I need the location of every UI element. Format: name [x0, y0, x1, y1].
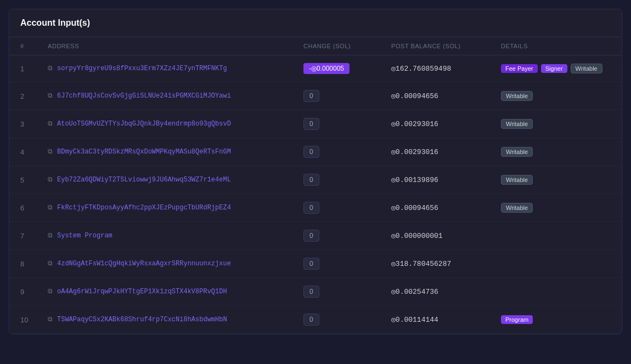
row-number: 7	[20, 232, 48, 240]
table-row: 4⧉BDmyCk3aC3tyRDSkzMRsQxDoWMPKqyMASu8QeR…	[9, 138, 622, 166]
change-cell: 0	[303, 258, 391, 270]
details-cell: Writable	[501, 175, 611, 185]
badge-program: Program	[501, 315, 533, 324]
row-number: 1	[20, 65, 48, 73]
row-number: 3	[20, 120, 48, 128]
address-link[interactable]: AtoUoTSGMvUZYTYsJbqGJQnkJBy4endrmp8o93gQ…	[57, 120, 231, 128]
balance-cell: ◎0.00293016	[391, 147, 501, 156]
badge-writable: Writable	[501, 175, 533, 185]
change-cell: 0	[303, 174, 391, 186]
balance-cell: ◎0.00293016	[391, 120, 501, 128]
address-link[interactable]: 4zdNGgAtFsW1cQgHqkiWyRsxaAgxrSRRynnuunxz…	[57, 260, 231, 268]
copy-icon[interactable]: ⧉	[48, 92, 53, 100]
badge-writable: Writable	[501, 147, 533, 157]
balance-cell: ◎0.00094656	[391, 92, 501, 100]
col-header-address: ADDRESS	[48, 43, 303, 49]
row-number: 6	[20, 204, 48, 212]
balance-cell: ◎0.000000001	[391, 231, 501, 240]
details-cell: Writable	[501, 91, 611, 101]
details-cell: Writable	[501, 203, 611, 213]
copy-icon[interactable]: ⧉	[48, 148, 53, 156]
badge-fee-payer: Fee Payer	[501, 64, 538, 73]
table-row: 10⧉TSWAPaqyCSx2KABk68Shruf4rp7CxcNi8hAsb…	[9, 306, 622, 334]
address-cell: ⧉TSWAPaqyCSx2KABk68Shruf4rp7CxcNi8hAsbdw…	[48, 316, 303, 323]
balance-cell: ◎0.00254736	[391, 287, 501, 296]
balance-cell: ◎0.00114144	[391, 315, 501, 324]
details-cell: Fee PayerSignerWritable	[501, 64, 611, 73]
address-link[interactable]: FkRctjyFTKDposAyyAfhc2ppXJEzPupgcTbURdRj…	[57, 204, 231, 212]
address-link[interactable]: TSWAPaqyCSx2KABk68Shruf4rp7CxcNi8hAsbdwm…	[57, 316, 227, 323]
address-link[interactable]: BDmyCk3aC3tyRDSkzMRsQxDoWMPKqyMASu8QeRTs…	[57, 148, 231, 156]
address-cell: ⧉4zdNGgAtFsW1cQgHqkiWyRsxaAgxrSRRynnuunx…	[48, 260, 303, 268]
badge-signer: Signer	[541, 64, 567, 73]
table-row: 3⧉AtoUoTSGMvUZYTYsJbqGJQnkJBy4endrmp8o93…	[9, 110, 622, 138]
change-badge: -◎0.000005	[303, 63, 350, 74]
panel-header: Account Input(s)	[9, 9, 622, 37]
badge-writable: Writable	[501, 119, 533, 129]
row-number: 2	[20, 92, 48, 100]
balance-cell: ◎0.00094656	[391, 203, 501, 212]
row-number: 8	[20, 260, 48, 268]
copy-icon[interactable]: ⧉	[48, 176, 53, 184]
copy-icon[interactable]: ⧉	[48, 260, 53, 268]
col-header-change: CHANGE (SOL)	[303, 43, 391, 49]
table-row: 7⧉System Program0◎0.000000001	[9, 222, 622, 250]
address-cell: ⧉BDmyCk3aC3tyRDSkzMRsQxDoWMPKqyMASu8QeRT…	[48, 148, 303, 156]
change-badge: 0	[303, 146, 319, 158]
details-cell: Writable	[501, 147, 611, 157]
copy-icon[interactable]: ⧉	[48, 204, 53, 212]
address-cell: ⧉6J7chf8UQJsCovSvGjgGiSLNUe241sPGMXCGiMJ…	[48, 92, 303, 100]
details-cell: Writable	[501, 119, 611, 129]
copy-icon[interactable]: ⧉	[48, 120, 53, 128]
col-header-details: DETAILS	[501, 43, 611, 49]
row-number: 5	[20, 176, 48, 184]
change-cell: 0	[303, 118, 391, 130]
badge-writable: Writable	[501, 203, 533, 213]
address-link[interactable]: oA4Ag6rWiJrqwPJkHYTtgEP1Xk1zqSTX4kV8PRvQ…	[57, 288, 227, 295]
change-badge: 0	[303, 286, 319, 298]
address-cell: ⧉System Program	[48, 232, 303, 240]
address-cell: ⧉oA4Ag6rWiJrqwPJkHYTtgEP1Xk1zqSTX4kV8PRv…	[48, 288, 303, 295]
row-number: 4	[20, 148, 48, 156]
details-cell: Program	[501, 315, 611, 324]
copy-icon[interactable]: ⧉	[48, 288, 53, 295]
address-cell: ⧉sorpyYr8gyreU9s8fPxxu3Erm7XZz4JE7ynTRMF…	[48, 65, 303, 72]
table-row: 5⧉Eyb72Za6QDWiyT2TSLviowwj9JU6Ahwq53WZ7r…	[9, 166, 622, 194]
change-badge: 0	[303, 230, 319, 242]
copy-icon[interactable]: ⧉	[48, 65, 53, 72]
table-row: 6⧉FkRctjyFTKDposAyyAfhc2ppXJEzPupgcTbURd…	[9, 194, 622, 222]
table-body: 1⧉sorpyYr8gyreU9s8fPxxu3Erm7XZz4JE7ynTRM…	[9, 55, 622, 334]
change-badge: 0	[303, 314, 319, 326]
change-badge: 0	[303, 258, 319, 270]
col-header-num: #	[20, 43, 48, 49]
address-cell: ⧉Eyb72Za6QDWiyT2TSLviowwj9JU6Ahwq53WZ7r1…	[48, 176, 303, 184]
panel-title: Account Input(s)	[20, 18, 611, 28]
change-badge: 0	[303, 90, 319, 102]
copy-icon[interactable]: ⧉	[48, 232, 53, 240]
balance-cell: ◎0.00139896	[391, 175, 501, 184]
change-cell: 0	[303, 230, 391, 242]
row-number: 9	[20, 288, 48, 296]
change-cell: 0	[303, 314, 391, 326]
table-row: 2⧉6J7chf8UQJsCovSvGjgGiSLNUe241sPGMXCGiM…	[9, 82, 622, 110]
row-number: 10	[20, 316, 48, 324]
change-cell: 0	[303, 286, 391, 298]
change-badge: 0	[303, 174, 319, 186]
table-header-row: # ADDRESS CHANGE (SOL) POST BALANCE (SOL…	[9, 37, 622, 55]
address-link[interactable]: System Program	[57, 232, 112, 240]
change-cell: 0	[303, 202, 391, 214]
table-row: 8⧉4zdNGgAtFsW1cQgHqkiWyRsxaAgxrSRRynnuun…	[9, 250, 622, 278]
account-inputs-panel: Account Input(s) # ADDRESS CHANGE (SOL) …	[9, 9, 622, 334]
address-link[interactable]: sorpyYr8gyreU9s8fPxxu3Erm7XZz4JE7ynTRMFN…	[57, 65, 227, 72]
change-cell: 0	[303, 146, 391, 158]
badge-writable: Writable	[571, 64, 602, 73]
change-cell: 0	[303, 90, 391, 102]
badge-writable: Writable	[501, 91, 533, 101]
copy-icon[interactable]: ⧉	[48, 316, 53, 323]
table-row: 1⧉sorpyYr8gyreU9s8fPxxu3Erm7XZz4JE7ynTRM…	[9, 55, 622, 82]
address-link[interactable]: Eyb72Za6QDWiyT2TSLviowwj9JU6Ahwq53WZ7r1e…	[57, 176, 231, 184]
change-cell: -◎0.000005	[303, 63, 391, 74]
address-link[interactable]: 6J7chf8UQJsCovSvGjgGiSLNUe241sPGMXCGiMJO…	[57, 92, 231, 100]
table-row: 9⧉oA4Ag6rWiJrqwPJkHYTtgEP1Xk1zqSTX4kV8PR…	[9, 278, 622, 306]
change-badge: 0	[303, 118, 319, 130]
